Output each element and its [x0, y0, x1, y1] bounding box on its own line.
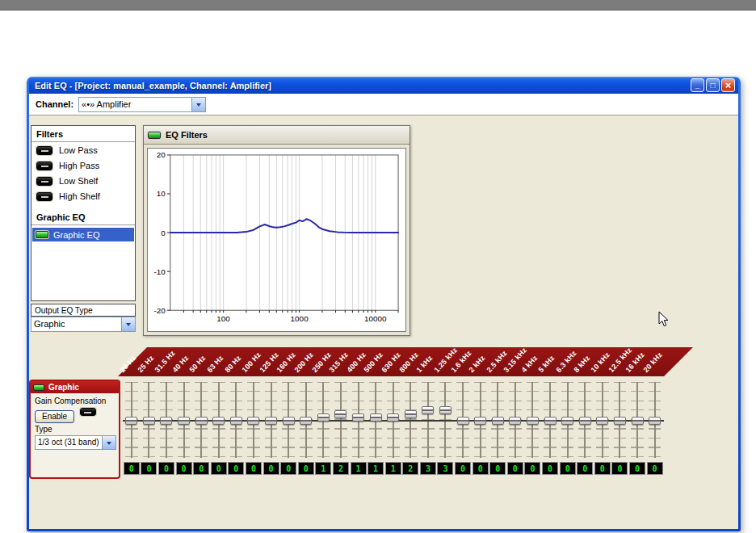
band-value-display: 1: [368, 462, 384, 475]
band-value-display: 3: [437, 462, 453, 475]
channel-combobox-arrow-button[interactable]: [191, 98, 205, 111]
band-value-display: 0: [176, 462, 192, 475]
band-value-display: 0: [211, 462, 227, 475]
chevron-down-icon: [196, 103, 201, 109]
eq-type-arrow-button[interactable]: [102, 436, 116, 449]
slider-thumb[interactable]: [160, 417, 172, 425]
slider-thumb[interactable]: [317, 413, 330, 422]
mouse-cursor: [658, 311, 669, 331]
toggle-line: [84, 412, 91, 413]
filter-item-high-pass[interactable]: High Pass: [32, 157, 135, 173]
graphic-panel: Graphic Gain Compensation Enable Type 1/…: [29, 380, 120, 479]
slider-thumb[interactable]: [143, 417, 155, 425]
filter-item-label: Low Shelf: [59, 176, 98, 186]
slider-thumb[interactable]: [544, 417, 556, 425]
svg-text:20: 20: [157, 150, 166, 159]
window-titlebar[interactable]: Edit EQ - [Project: manual_example, Chan…: [29, 77, 738, 94]
edit-eq-window: Edit EQ - [Project: manual_example, Chan…: [27, 77, 741, 531]
band-value-display: 0: [228, 462, 244, 475]
filter-toggle-icon: [36, 177, 52, 186]
band-value-display: 1: [315, 462, 331, 475]
band-value-display: 0: [472, 462, 489, 475]
eq-chart: 10010001000020100-10-20: [148, 149, 405, 331]
slider-thumb[interactable]: [492, 417, 504, 425]
maximize-button[interactable]: □: [706, 78, 720, 92]
band-value-display: 0: [507, 462, 523, 475]
band-value-display: 0: [158, 462, 174, 475]
filter-item-label: Low Pass: [59, 145, 98, 155]
slider-thumb[interactable]: [283, 417, 295, 425]
filter-toggle-icon: [36, 192, 52, 201]
svg-text:10: 10: [157, 189, 166, 198]
slider-thumb[interactable]: [125, 417, 137, 425]
slider-thumb[interactable]: [370, 413, 382, 422]
eq-type-value: 1/3 oct (31 band): [36, 436, 102, 449]
led-icon: [33, 384, 44, 391]
slider-thumb[interactable]: [405, 410, 417, 418]
band-value-display: 2: [333, 462, 349, 475]
slider-thumb[interactable]: [474, 417, 486, 425]
filters-panel: Filters Low PassHigh PassLow ShelfHigh S…: [31, 125, 136, 301]
filter-item-low-pass[interactable]: Low Pass: [32, 142, 135, 157]
band-value-display: 0: [524, 462, 540, 475]
filter-item-low-shelf[interactable]: Low Shelf: [32, 173, 135, 188]
slider-thumb[interactable]: [334, 410, 346, 418]
svg-text:1000: 1000: [291, 314, 309, 323]
slider-thumb[interactable]: [300, 417, 312, 425]
gain-compensation-toggle-icon[interactable]: [80, 408, 96, 416]
slider-thumb[interactable]: [195, 417, 208, 425]
band-value-display: 0: [455, 462, 471, 475]
slider-thumb[interactable]: [352, 413, 364, 422]
page-background: Edit EQ - [Project: manual_example, Chan…: [0, 0, 756, 533]
slider-thumb[interactable]: [178, 417, 190, 425]
slider-thumb[interactable]: [509, 417, 521, 425]
output-eq-type-combobox[interactable]: Graphic: [31, 317, 136, 332]
svg-text:-20: -20: [154, 306, 166, 315]
filter-toggle-icon: [36, 146, 52, 155]
slider-thumb[interactable]: [457, 417, 469, 425]
enable-button[interactable]: Enable: [35, 410, 74, 423]
slider-thumb[interactable]: [596, 417, 608, 425]
band-value-display: 0: [124, 462, 140, 475]
output-eq-type-arrow-button[interactable]: [121, 317, 135, 331]
filter-item-high-shelf[interactable]: High Shelf: [32, 188, 135, 204]
slider-thumb[interactable]: [579, 417, 591, 425]
graphic-panel-header: Graphic: [31, 381, 119, 393]
slider-thumb[interactable]: [632, 417, 644, 425]
channel-label: Channel:: [36, 99, 74, 109]
output-eq-type-value: Graphic: [32, 317, 121, 331]
slider-thumb[interactable]: [439, 406, 452, 414]
eq-filters-panel: EQ Filters 10010001000020100-10-20: [143, 125, 410, 336]
close-button[interactable]: ×: [721, 78, 735, 92]
graphic-eq-selected-item[interactable]: Graphic EQ: [32, 228, 134, 241]
band-value-display: 3: [420, 462, 436, 475]
band-value-display: 0: [594, 462, 611, 475]
minimize-button[interactable]: _: [691, 78, 704, 92]
slider-thumb[interactable]: [561, 417, 573, 425]
window-title: Edit EQ - [Project: manual_example, Chan…: [35, 81, 691, 90]
slider-thumb[interactable]: [527, 417, 539, 425]
slider-thumb[interactable]: [230, 417, 242, 425]
slider-thumb[interactable]: [614, 417, 626, 425]
channel-combobox[interactable]: «•» Amplifier: [78, 97, 206, 112]
slider-thumb[interactable]: [212, 417, 225, 425]
eq-type-combobox[interactable]: 1/3 oct (31 band): [35, 435, 116, 450]
slider-thumb[interactable]: [387, 413, 399, 422]
slider-thumb[interactable]: [422, 406, 434, 414]
filters-panel-title: Filters: [32, 126, 135, 142]
slider-thumb[interactable]: [649, 417, 661, 425]
filter-toggle-icon: [36, 162, 52, 170]
band-value-display: 0: [611, 462, 628, 475]
band-value-display: 0: [280, 462, 296, 475]
values-row: 0000000000012111233000000000000: [123, 462, 664, 475]
band-value-display: 2: [402, 462, 418, 475]
sliders-area: [123, 380, 664, 460]
output-eq-type-label: Output EQ Type: [31, 304, 136, 317]
slider-thumb[interactable]: [265, 417, 277, 425]
svg-text:10000: 10000: [364, 314, 387, 323]
band-value-display: 1: [351, 462, 367, 475]
band-value-display: 0: [298, 462, 314, 475]
band-value-display: 0: [577, 462, 593, 475]
filter-item-label: High Pass: [59, 161, 99, 170]
slider-thumb[interactable]: [247, 417, 259, 425]
